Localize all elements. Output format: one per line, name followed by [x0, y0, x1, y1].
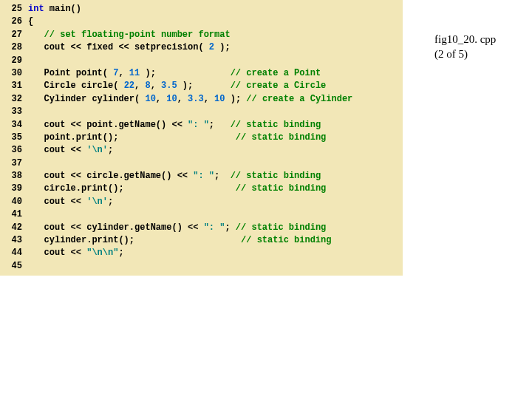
code-token: , [134, 81, 145, 91]
code-token: ); [140, 68, 230, 78]
code-line: 40 cout << '\n'; [0, 196, 403, 208]
code-token: Point point( [28, 68, 113, 78]
code-token: // static binding [241, 235, 331, 245]
line-number: 43 [0, 234, 28, 247]
line-number: 32 [0, 93, 28, 106]
line-number: 38 [0, 170, 28, 183]
code-line: 27 // set floating-point number format [0, 29, 403, 41]
code-token: cout << [28, 145, 86, 155]
line-number: 25 [0, 3, 28, 16]
code-token: , [156, 94, 166, 104]
code-token: ; [118, 248, 123, 258]
line-number: 33 [0, 106, 28, 118]
code-token: ); [225, 94, 246, 104]
code-token: 22 [124, 81, 134, 91]
line-number: 30 [0, 67, 28, 80]
code-token: circle.print(); [28, 183, 236, 194]
code-token: '\n' [86, 197, 108, 207]
code-token: ; [108, 197, 113, 207]
code-token: // static binding [231, 120, 321, 130]
code-token [28, 30, 44, 40]
code-token: // static binding [236, 222, 326, 233]
code-token: , [151, 81, 161, 91]
code-token: cout << fixed << setprecision( [28, 42, 209, 52]
code-token: 3.3 [188, 94, 204, 104]
code-line: 25int main() [0, 3, 403, 16]
code-token: int [28, 4, 44, 14]
code-token: // create a Circle [231, 81, 327, 91]
caption-page: (2 of 5) [434, 48, 468, 60]
code-line: 35 point.print(); // static binding [0, 132, 403, 144]
code-line: 38 cout << circle.getName() << ": "; // … [0, 170, 403, 183]
code-token: cout << point.getName() << [28, 120, 188, 130]
code-token: ; [209, 120, 231, 130]
code-token: ; [214, 171, 231, 181]
line-number: 28 [0, 41, 28, 54]
code-token: cout << [28, 248, 86, 258]
code-token: 10 [145, 94, 155, 104]
code-token: Cylinder cylinder( [28, 94, 145, 104]
caption-filename: fig10_20. cpp [434, 33, 496, 45]
code-token: cylinder.print(); [28, 235, 241, 245]
code-token: 10 [166, 94, 177, 104]
code-token: 3.5 [161, 81, 177, 91]
code-line: 29 [0, 55, 403, 67]
code-token: ": " [188, 120, 209, 130]
code-token: cout << [28, 197, 86, 207]
code-token: , [204, 94, 214, 104]
code-line: 31 Circle circle( 22, 8, 3.5 ); // creat… [0, 80, 403, 92]
code-token: cout << cylinder.getName() << [28, 222, 204, 233]
line-number: 35 [0, 132, 28, 144]
line-number: 41 [0, 208, 28, 221]
line-number: 34 [0, 119, 28, 132]
line-number: 39 [0, 183, 28, 195]
code-token: // create a Point [231, 68, 321, 78]
code-line: 32 Cylinder cylinder( 10, 10, 3.3, 10 );… [0, 93, 403, 106]
code-token: , [177, 94, 188, 104]
line-number: 27 [0, 29, 28, 41]
code-token: '\n' [86, 145, 108, 155]
code-token: // set floating-point number format [44, 30, 231, 40]
code-token: ); [214, 42, 231, 52]
code-line: 26{ [0, 16, 403, 28]
code-line: 43 cylinder.print(); // static binding [0, 234, 403, 247]
code-token: Circle circle( [28, 81, 124, 91]
code-token: cout << circle.getName() << [28, 171, 193, 181]
code-token: "\n\n" [86, 248, 118, 258]
code-token: 10 [214, 94, 225, 104]
line-number: 37 [0, 157, 28, 170]
line-number: 31 [0, 80, 28, 92]
code-line: 42 cout << cylinder.getName() << ": "; /… [0, 222, 403, 234]
code-line: 37 [0, 157, 403, 170]
code-token: { [28, 16, 33, 27]
line-number: 45 [0, 260, 28, 273]
code-line: 39 circle.print(); // static binding [0, 183, 403, 195]
code-token: 2 [209, 42, 214, 52]
code-token: // static binding [236, 132, 326, 143]
code-token: 8 [145, 81, 150, 91]
code-token: ; [225, 222, 235, 233]
line-number: 40 [0, 196, 28, 208]
line-number: 36 [0, 144, 28, 157]
code-line: 28 cout << fixed << setprecision( 2 ); [0, 41, 403, 54]
code-line: 41 [0, 208, 403, 221]
code-line: 30 Point point( 7, 11 ); // create a Poi… [0, 67, 403, 80]
code-token: ; [108, 145, 113, 155]
code-token: // static binding [236, 183, 326, 194]
code-token: , [118, 68, 129, 78]
code-line: 36 cout << '\n'; [0, 144, 403, 157]
code-token: // static binding [231, 171, 321, 181]
code-token: // create a Cylinder [246, 94, 352, 104]
code-line: 33 [0, 106, 403, 118]
code-line: 34 cout << point.getName() << ": "; // s… [0, 119, 403, 132]
code-token: ": " [204, 222, 225, 233]
code-token: point.print(); [28, 132, 236, 143]
code-block: 25int main()26{27 // set floating-point … [0, 0, 403, 276]
slide-caption: fig10_20. cpp (2 of 5) [434, 33, 496, 61]
code-line: 45 [0, 260, 403, 273]
code-token: ": " [193, 171, 214, 181]
line-number: 44 [0, 247, 28, 259]
line-number: 42 [0, 222, 28, 234]
code-token: main() [44, 4, 81, 14]
code-token: 11 [129, 68, 140, 78]
